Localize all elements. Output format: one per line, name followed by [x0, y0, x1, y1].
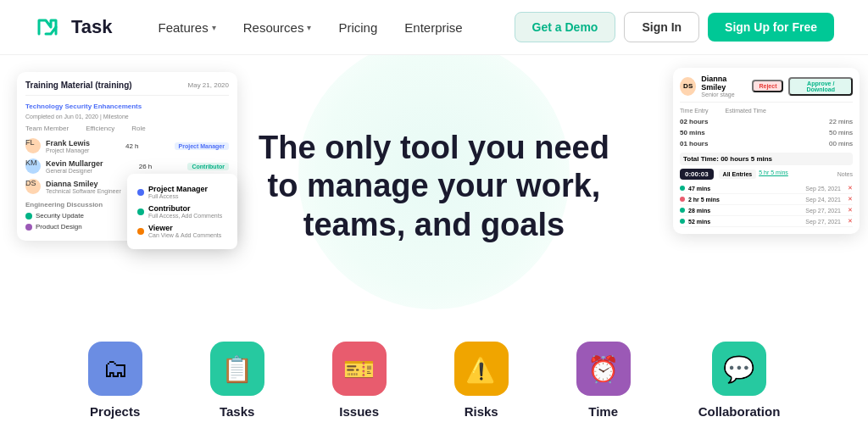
- popup-role-item: Viewer Can View & Add Comments: [137, 221, 227, 241]
- member-name: Frank Lewis: [46, 139, 90, 147]
- notes-label: Notes: [837, 171, 853, 177]
- time-icon: ⏰: [587, 354, 619, 384]
- eng-dot: [25, 213, 32, 220]
- task-label: 28 mins: [688, 208, 710, 214]
- issues-icon-box: 🎫: [332, 342, 387, 396]
- task-item: 52 mins Sep 27, 2021 ✕: [680, 216, 853, 227]
- task-item: 2 hr 5 mins Sep 24, 2021 ✕: [680, 194, 853, 205]
- tasks-icon-box: 📋: [210, 342, 264, 396]
- hero-text: The only tool you need to manage your wo…: [259, 129, 609, 245]
- role-desc: Full Access, Add Comments: [148, 213, 222, 219]
- feature-tasks[interactable]: 📋 Tasks: [176, 333, 298, 427]
- mockup-member-row: FL Frank Lewis Project Manager 42 h Proj…: [25, 136, 229, 156]
- approve-button[interactable]: Approve / Download: [788, 77, 853, 96]
- delete-icon[interactable]: ✕: [848, 218, 853, 225]
- role-desc: Full Access: [148, 193, 208, 199]
- task-date: Sep 27, 2021: [805, 219, 841, 225]
- task-dot: [680, 197, 685, 202]
- tab-5mins[interactable]: 5 hr 5 mins: [759, 170, 788, 179]
- member-role: Project Manager: [46, 147, 90, 153]
- nav-resources[interactable]: Resources ▾: [231, 14, 324, 42]
- time-cols-header: Time EntryEstimated Time: [680, 108, 853, 114]
- avatar: KM: [25, 158, 41, 174]
- right-card-header: DS Dianna Smiley Senior stage Reject App…: [680, 75, 853, 103]
- task-date: Sep 24, 2021: [805, 197, 841, 203]
- feature-time[interactable]: ⏰ Time: [542, 333, 665, 427]
- member-tag: Project Manager: [175, 142, 229, 150]
- nav-pricing[interactable]: Pricing: [326, 14, 389, 42]
- avatar: DS: [25, 179, 41, 194]
- time-entry-row: 01 hours00 mins: [680, 138, 853, 149]
- nav-enterprise[interactable]: Enterprise: [392, 14, 474, 42]
- eng-dot: [25, 224, 32, 231]
- avatar: DS: [680, 77, 696, 96]
- projects-icon: 🗂: [103, 354, 128, 383]
- user-name: Dianna Smiley: [701, 75, 747, 92]
- task-label: 2 hr 5 mins: [688, 197, 720, 203]
- user-role: Senior stage: [701, 92, 747, 97]
- popup-role-item: Project Manager Full Access: [137, 182, 227, 202]
- features-bar: 🗂 Projects 📋 Tasks 🎫 Issues ⚠️ Risks ⏰ T…: [0, 318, 868, 428]
- time-entry-row: 50 mins50 mins: [680, 127, 853, 138]
- feature-risks[interactable]: ⚠️ Risks: [420, 333, 542, 427]
- total-time-row: Total Time: 00 hours 5 mins: [680, 153, 853, 165]
- timer-badge: 0:00:03: [680, 169, 714, 180]
- issues-icon: 🎫: [343, 354, 375, 384]
- feature-collaboration[interactable]: 💬 Collaboration: [665, 333, 815, 427]
- timer-row: 0:00:03 All Entries 5 hr 5 mins Notes: [680, 169, 853, 180]
- feature-label-time: Time: [588, 404, 618, 419]
- header: Task Features ▾ Resources ▾ Pricing Ente…: [0, 0, 868, 55]
- time-entry-row: 02 hours22 mins: [680, 116, 853, 127]
- logo-icon: [34, 12, 64, 42]
- role-dot: [137, 208, 144, 215]
- task-item: 47 mins Sep 25, 2021 ✕: [680, 183, 853, 194]
- feature-label-projects: Projects: [90, 404, 140, 419]
- member-tag: Contributor: [187, 163, 229, 170]
- task-label: 52 mins: [688, 219, 710, 225]
- projects-icon-box: 🗂: [88, 342, 142, 396]
- collaboration-icon: 💬: [723, 354, 754, 384]
- mockup-date: May 21, 2020: [188, 81, 229, 89]
- member-name: Dianna Smiley: [46, 180, 121, 188]
- task-dot: [680, 219, 685, 224]
- hero-title: The only tool you need to manage your wo…: [259, 129, 609, 245]
- logo-text: Task: [71, 16, 113, 38]
- eng-label: Security Update: [36, 212, 84, 220]
- feature-label-collaboration: Collaboration: [698, 404, 781, 419]
- mockup-right-card: DS Dianna Smiley Senior stage Reject App…: [673, 68, 860, 234]
- feature-issues[interactable]: 🎫 Issues: [298, 333, 420, 427]
- task-item: 28 mins Sep 27, 2021 ✕: [680, 205, 853, 216]
- risks-icon-box: ⚠️: [454, 342, 509, 396]
- task-dot: [680, 186, 685, 191]
- feature-label-tasks: Tasks: [220, 404, 254, 419]
- logo[interactable]: Task: [34, 12, 113, 42]
- role-name: Project Manager: [148, 185, 208, 193]
- reject-button[interactable]: Reject: [752, 80, 783, 92]
- mockup-left: Training Material (training) May 21, 202…: [17, 72, 237, 241]
- tab-all[interactable]: All Entries: [719, 170, 757, 179]
- tasks-list: 47 mins Sep 25, 2021 ✕ 2 hr 5 mins Sep 2…: [680, 183, 853, 227]
- member-role: Technical Software Engineer: [46, 188, 121, 194]
- sign-up-button[interactable]: Sign Up for Free: [708, 13, 834, 42]
- delete-icon[interactable]: ✕: [848, 207, 853, 214]
- eng-label: Product Design: [36, 223, 82, 231]
- delete-icon[interactable]: ✕: [848, 185, 853, 192]
- tab-row: All Entries 5 hr 5 mins: [719, 170, 788, 179]
- chevron-down-icon: ▾: [212, 23, 216, 32]
- header-actions: Get a Demo Sign In Sign Up for Free: [515, 12, 834, 42]
- get-demo-button[interactable]: Get a Demo: [515, 12, 616, 42]
- feature-projects[interactable]: 🗂 Projects: [54, 333, 176, 427]
- avatar: FL: [25, 138, 41, 153]
- tasks-icon: 📋: [221, 354, 253, 384]
- hero-section: Training Material (training) May 21, 202…: [0, 55, 868, 318]
- collaboration-icon-box: 💬: [712, 342, 766, 396]
- nav-features[interactable]: Features ▾: [147, 14, 228, 42]
- feature-label-risks: Risks: [465, 404, 498, 419]
- role-name: Viewer: [148, 224, 221, 232]
- delete-icon[interactable]: ✕: [848, 196, 853, 203]
- chevron-down-icon: ▾: [307, 23, 311, 32]
- member-hours: 42 h: [125, 142, 139, 150]
- member-name: Kevin Mullarger: [46, 159, 103, 168]
- sign-in-button[interactable]: Sign In: [624, 12, 699, 42]
- role-popup: Project Manager Full Access Contributor …: [127, 174, 237, 249]
